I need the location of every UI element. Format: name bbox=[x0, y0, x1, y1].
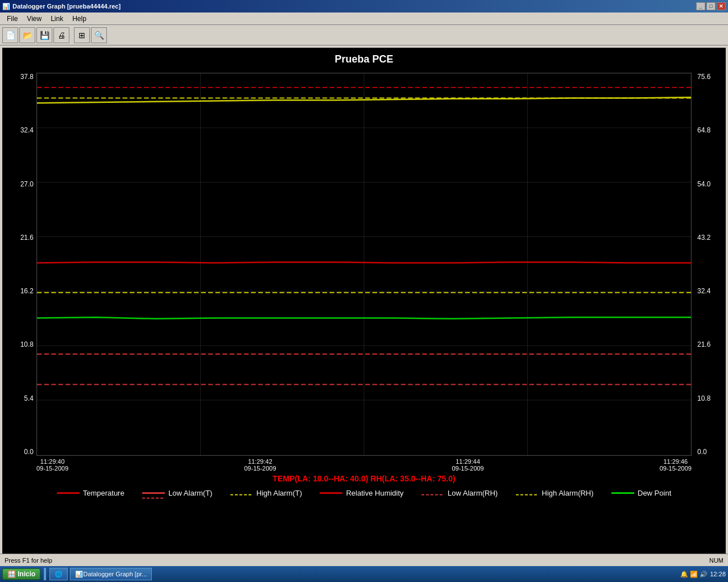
open-button[interactable]: 📂 bbox=[19, 27, 35, 43]
print-button[interactable]: 🖨 bbox=[53, 27, 69, 43]
taskbar-datalogger[interactable]: 📊 Datalogger Graph [pr... bbox=[70, 568, 152, 580]
zoom-button[interactable]: 🔍 bbox=[91, 27, 107, 43]
fit-button[interactable]: ⊞ bbox=[74, 27, 90, 43]
legend-temperature: Temperature bbox=[57, 489, 125, 497]
new-button[interactable]: 📄 bbox=[2, 27, 18, 43]
datalogger-task-label: Datalogger Graph [pr... bbox=[83, 571, 147, 577]
high-alarm-rh-label: High Alarm(RH) bbox=[542, 489, 594, 497]
temperature-label: Temperature bbox=[83, 489, 125, 497]
minimize-button[interactable]: _ bbox=[696, 2, 705, 10]
legend-relative-humidity: Relative Humidity bbox=[320, 489, 403, 497]
temperature-line-icon bbox=[57, 492, 80, 494]
num-lock: NUM bbox=[709, 557, 723, 564]
title-bar-left: 📊 Datalogger Graph [prueba44444.rec] bbox=[2, 3, 121, 10]
low-alarm-t-line-icon bbox=[142, 492, 165, 494]
dew-point-line-icon bbox=[611, 492, 634, 494]
maximize-button[interactable]: □ bbox=[706, 2, 715, 10]
toolbar: 📄 📂 💾 🖨 ⊞ 🔍 bbox=[0, 25, 728, 45]
menu-help[interactable]: Help bbox=[68, 14, 91, 24]
taskbar-right: 🔔 📶 🔊 12:28 bbox=[680, 571, 726, 578]
legend-high-alarm-rh: High Alarm(RH) bbox=[516, 489, 594, 497]
dew-point-label: Dew Point bbox=[638, 489, 671, 497]
taskbar-browser[interactable]: 🌐 bbox=[49, 568, 68, 580]
app-icon: 📊 bbox=[2, 3, 10, 10]
low-alarm-rh-label: Low Alarm(RH) bbox=[448, 489, 498, 497]
high-alarm-t-line-icon bbox=[230, 489, 253, 497]
low-alarm-t-label: Low Alarm(T) bbox=[168, 489, 212, 497]
legend-dew-point: Dew Point bbox=[611, 489, 671, 497]
high-alarm-rh-line-icon bbox=[516, 489, 539, 497]
menu-bar: File View Link Help bbox=[0, 13, 728, 25]
legend-low-alarm-t: Low Alarm(T) bbox=[142, 489, 212, 497]
relative-humidity-line-icon bbox=[320, 492, 342, 494]
datalogger-icon: 📊 bbox=[75, 571, 83, 578]
title-bar: 📊 Datalogger Graph [prueba44444.rec] _ □… bbox=[0, 0, 728, 13]
status-bar: Press F1 for help NUM bbox=[0, 554, 728, 566]
main-area: Prueba PCE (C) (%RH) 37.8 32.4 27.0 21.6… bbox=[0, 45, 728, 569]
windows-icon: 🪟 bbox=[7, 570, 16, 578]
chart-svg bbox=[36, 73, 692, 456]
menu-link[interactable]: Link bbox=[46, 14, 68, 24]
x-tick-4: 11:29:46 09-15-2009 bbox=[660, 458, 692, 472]
window-title: Datalogger Graph [prueba44444.rec] bbox=[13, 3, 121, 10]
chart-title: Prueba PCE bbox=[36, 53, 692, 70]
y-axis-left: 37.8 32.4 27.0 21.6 16.2 10.8 5.4 0.0 bbox=[5, 73, 34, 456]
x-tick-1: 11:29:40 09-15-2009 bbox=[36, 458, 68, 472]
legend-low-alarm-rh: Low Alarm(RH) bbox=[421, 489, 498, 497]
start-button[interactable]: 🪟 Inicio bbox=[2, 568, 40, 580]
x-axis: 11:29:40 09-15-2009 11:29:42 09-15-2009 … bbox=[36, 456, 692, 472]
menu-view[interactable]: View bbox=[22, 14, 46, 24]
taskbar-separator bbox=[44, 568, 46, 580]
help-text: Press F1 for help bbox=[5, 557, 52, 564]
x-tick-3: 11:29:44 09-15-2009 bbox=[452, 458, 483, 472]
title-bar-controls: _ □ ✕ bbox=[696, 2, 726, 10]
sys-tray-icons: 🔔 📶 🔊 bbox=[680, 571, 708, 578]
legend-high-alarm-t: High Alarm(T) bbox=[230, 489, 302, 497]
relative-humidity-label: Relative Humidity bbox=[346, 489, 403, 497]
menu-file[interactable]: File bbox=[2, 14, 22, 24]
chart-container: Prueba PCE (C) (%RH) 37.8 32.4 27.0 21.6… bbox=[2, 48, 726, 562]
save-button[interactable]: 💾 bbox=[36, 27, 52, 43]
y-axis-right: 75.6 64.8 54.0 43.2 32.4 21.6 10.8 0.0 bbox=[697, 73, 726, 456]
start-label: Inicio bbox=[18, 570, 35, 578]
high-alarm-t-label: High Alarm(T) bbox=[257, 489, 302, 497]
close-button[interactable]: ✕ bbox=[717, 2, 726, 10]
legend: Temperature Low Alarm(T) High Alarm(T) R… bbox=[36, 485, 692, 501]
x-tick-2: 11:29:42 09-15-2009 bbox=[244, 458, 276, 472]
taskbar: 🪟 Inicio 🌐 📊 Datalogger Graph [pr... 🔔 📶… bbox=[0, 566, 728, 582]
low-alarm-rh-line-icon bbox=[421, 489, 444, 497]
alarm-info: TEMP(LA: 10.0--HA: 40.0) RH(LA: 35.0--HA… bbox=[36, 472, 692, 485]
clock: 12:28 bbox=[710, 571, 726, 577]
